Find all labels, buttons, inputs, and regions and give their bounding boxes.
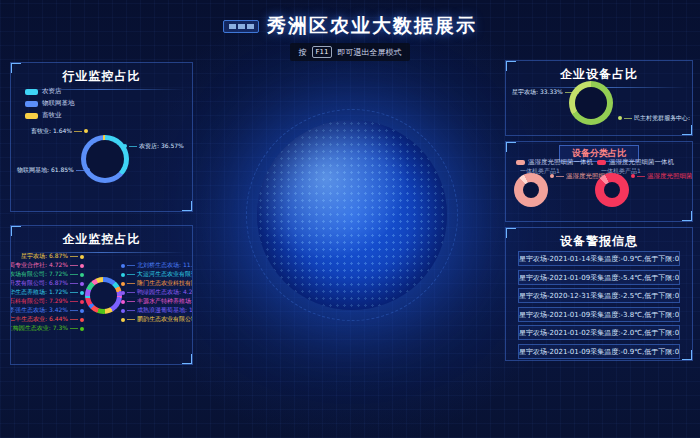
label-line [127,274,135,275]
hint-suffix: 即可退出全屏模式 [337,47,401,58]
fullscreen-hint: 按 F11 即可退出全屏模式 [290,43,411,61]
label-dot [80,282,84,286]
chart-label: 秀湖葡萄专业合作社: 4.72% [10,261,84,270]
label-dot [575,90,579,94]
label-dot [550,174,554,178]
donut-hole [604,182,620,198]
chart-label: 翔升发有限公司: 6.87% [10,279,84,288]
label-dot [84,129,88,133]
label-text: 鹏韵生态农业有限公司: 6.879 [137,315,193,324]
donut-hole [523,182,539,198]
legend-label: 物联网基地 [42,99,75,108]
label-line [127,265,135,266]
label-text: 星宇农场: 6.87% [21,252,68,261]
enterprise-donut-chart[interactable] [85,277,122,314]
chart-label: 圣华生态养殖场: 1.72% [10,288,84,297]
alarm-row: 星宇农场-2021-01-09采集温度:-0.9℃,低于下限:0℃ [518,344,680,359]
category-donut-right[interactable] [595,173,629,207]
label-dot [631,174,635,178]
label-line [70,274,78,275]
f11-key-badge: F11 [312,46,333,58]
label-line [70,283,78,284]
label-line [70,256,78,257]
chart-label: 物联网基地: 61.85% [17,166,90,175]
label-dot [121,273,125,277]
label-dot [121,264,125,268]
dashboard: 秀洲区农业大数据展示 按 F11 即可退出全屏模式 行业监控占比 农资店 物联网… [0,0,700,438]
label-dot [80,327,84,331]
label-text: 民主村党群服务中心: [634,114,690,123]
panel-enterprise-monitoring: 企业监控占比 星宇农场: 6.87% 秀湖葡萄专业合作社: 4.72% [10,225,193,365]
category-donut-left[interactable] [514,173,548,207]
label-text: 温湿度光照细菌一 [647,172,693,181]
label-text: 北刘桥生态农场: 11.56% [137,261,193,270]
chart-label: 畜牧业: 1.64% [31,127,88,136]
hint-prefix: 按 [299,47,307,58]
industry-legend: 农资店 物联网基地 畜牧业 [25,87,75,120]
label-line [556,176,564,177]
label-line [127,292,135,293]
chart-label: 温湿度光照细菌一 [631,172,693,181]
enterprise-labels-left: 星宇农场: 6.87% 秀湖葡萄专业合作社: 4.72% 家绿农场有限公司: 7… [11,252,84,333]
label-text: 秀湖葡萄专业合作社: 4.72% [10,261,68,270]
chart-label: 李强生态农场: 3.42% [10,306,84,315]
label-line [129,146,137,147]
donut-hole [86,140,124,178]
label-line [70,328,78,329]
label-dot [121,300,125,304]
label-line [70,310,78,311]
chart-label: 星宇农场: 33.33% [512,88,579,97]
chart-label: 鸭绿园生态农场: 4.299 [121,288,193,297]
brand-logo-icon [223,20,259,33]
legend-swatch [25,101,38,107]
chart-label: 红梅园生态农业: 7.3% [10,324,84,333]
label-line [637,176,645,177]
alarm-row: 星宇农场-2021-01-14采集温度:-0.9℃,低于下限:0℃ [518,251,680,266]
legend-item[interactable]: 物联网基地 [25,99,75,108]
chart-label: 鹏韵生态农业有限公司: 6.879 [121,315,193,324]
label-line [127,301,135,302]
chart-label: 隆门生态农业科技有限公 [121,279,193,288]
alarm-list: 星宇农场-2021-01-14采集温度:-0.9℃,低于下限:0℃ 星宇农场-2… [518,251,680,361]
label-line [624,118,632,119]
donut-hole [90,282,117,309]
legend-swatch [597,160,606,165]
label-text: 鸭绿园生态农场: 4.299 [137,288,193,297]
chart-label: 大运河生态农业有限责任公 [121,270,193,279]
label-dot [80,300,84,304]
chart-label: 星宇农场: 6.87% [21,252,84,261]
label-dot [618,116,622,120]
label-text: 物联网基地: 61.85% [17,166,74,175]
legend-item[interactable]: 温湿度光照细菌一体机 [597,158,674,167]
legend-item[interactable]: 畜牧业 [25,111,75,120]
chart-label: 北刘桥生态农场: 11.56% [121,261,193,270]
page-title: 秀洲区农业大数据展示 [267,13,477,39]
label-text: 中石科有限公司: 7.29% [10,297,68,306]
label-text: 圣华生态养殖场: 1.72% [10,288,68,297]
label-text: 红梅园生态农业: 7.3% [10,324,68,333]
label-dot [80,318,84,322]
label-line [127,283,135,284]
legend-swatch [516,160,525,165]
legend-item[interactable]: 农资店 [25,87,75,96]
enterprise-labels-right: 北刘桥生态农场: 11.56% 大运河生态农业有限责任公 隆门生态农业科技有限公 [121,261,193,324]
label-line [70,265,78,266]
globe-visualization [257,120,447,310]
label-line [74,131,82,132]
legend-label: 温湿度光照细菌一体机 [609,158,674,167]
panel-title: 企业设备占比 [506,61,692,83]
industry-donut-chart[interactable] [81,135,129,183]
chart-label: 中石科有限公司: 7.29% [10,297,84,306]
label-line [127,310,135,311]
label-line [70,319,78,320]
panel-title: 行业监控占比 [11,63,192,85]
legend-label: 温湿度光照细菌一体机 [528,158,593,167]
panel-title: 设备警报信息 [506,228,692,250]
label-text: 农资店: 36.57% [139,142,184,151]
legend-item[interactable]: 温湿度光照细菌一体机 [516,158,593,167]
donut-hole [575,87,607,119]
label-line [76,170,84,171]
label-dot [80,264,84,268]
label-text: 畜牧业: 1.64% [31,127,72,136]
label-text: 隆门生态农业科技有限公 [137,279,193,288]
